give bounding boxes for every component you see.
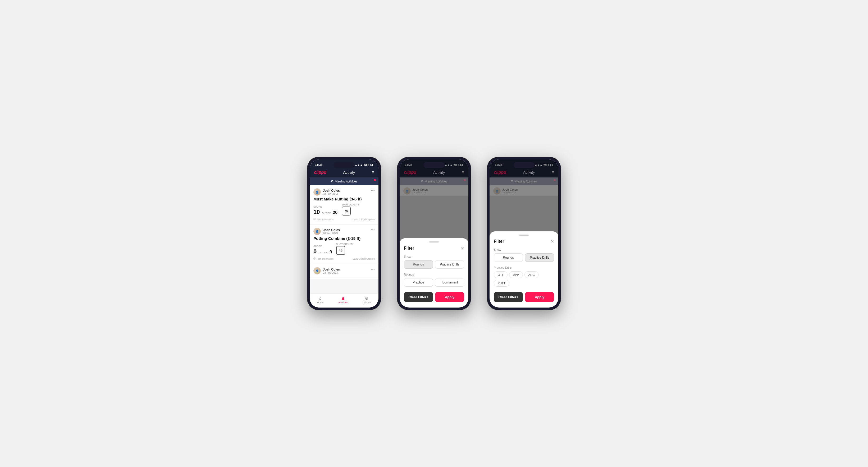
- drill-pills-3: OTT APP ARG PUTT: [494, 271, 554, 287]
- dynamic-island-2: [424, 162, 444, 168]
- filter-actions-2: Clear Filters Apply: [404, 292, 464, 302]
- activity-title-1: Must Make Putting (3-6 ft): [313, 197, 375, 201]
- score-value-2: 0: [313, 248, 317, 255]
- practice-drills-btn-2[interactable]: Practice Drills: [435, 260, 464, 269]
- apply-btn-2[interactable]: Apply: [435, 292, 464, 302]
- footer-text-2: Test Information: [317, 257, 334, 260]
- quality-badge-2: 45: [336, 246, 345, 255]
- stats-row-1: Score 10 OUT OF 20 Shot Quality 75: [313, 204, 375, 216]
- wifi-icon: WiFi: [364, 163, 369, 166]
- score-label-2: Score: [313, 245, 332, 248]
- card-footer-2: ⓘ Test Information Data: Clippd Capture: [313, 257, 375, 260]
- menu-icon-1[interactable]: ≡: [372, 170, 374, 175]
- user-name-3: Josh Coles: [323, 268, 340, 271]
- user-name-2: Josh Coles: [323, 228, 340, 232]
- practice-btn-2[interactable]: Practice: [404, 278, 433, 287]
- close-filter-3[interactable]: ✕: [551, 239, 554, 244]
- filter-overlay-3: Filter ✕ Show Rounds Practice Drills Pra…: [490, 159, 558, 308]
- user-date-3: 28 Feb 2023: [323, 271, 340, 274]
- viewing-label-1: Viewing Activities: [335, 180, 357, 183]
- show-label-2: Show: [404, 255, 464, 258]
- logo-1: clippd: [314, 170, 327, 175]
- outof-1: OUT OF: [322, 212, 331, 214]
- nav-title-1: Activity: [343, 170, 355, 175]
- filter-actions-3: Clear Filters Apply: [494, 292, 554, 302]
- nav-home[interactable]: ⌂ Home: [317, 296, 323, 304]
- tournament-btn-2[interactable]: Tournament: [435, 278, 464, 287]
- phones-container: 11:33 ▲▲▲ WiFi 51 clippd Activity ≡ ⚙ Vi…: [307, 157, 561, 310]
- activity-card-1: 👤 Josh Coles 28 Feb 2023 ••• Must Make P…: [310, 185, 378, 224]
- status-icons-1: ▲▲▲ WiFi 51: [355, 163, 373, 166]
- rounds-label-2: Rounds: [404, 273, 464, 276]
- clear-filters-btn-2[interactable]: Clear Filters: [404, 292, 433, 302]
- top-nav-1: clippd Activity ≡: [310, 168, 378, 178]
- dynamic-island: [334, 162, 355, 168]
- info-icon-2: ⓘ: [313, 257, 316, 260]
- rounds-btn-2[interactable]: Rounds: [404, 260, 433, 269]
- activity-title-2: Putting Combine (3-15 ft): [313, 236, 375, 241]
- viewing-dot-1: [374, 179, 376, 181]
- show-buttons-3: Rounds Practice Drills: [494, 253, 554, 262]
- arg-btn[interactable]: ARG: [524, 271, 539, 278]
- show-buttons-2: Rounds Practice Drills: [404, 260, 464, 269]
- apply-btn-3[interactable]: Apply: [525, 292, 554, 302]
- home-label: Home: [317, 301, 323, 304]
- more-icon-3[interactable]: •••: [371, 267, 375, 271]
- user-info-3: 👤 Josh Coles 28 Feb 2023: [313, 267, 340, 275]
- nav-capture[interactable]: ⊕ Capture: [363, 295, 371, 304]
- card-footer-1: ⓘ Test Information Data: Clippd Capture: [313, 218, 375, 221]
- phone-2: 11:33 ▲▲▲ WiFi 51 clippd Activity ≡ ⚙ Vi…: [397, 157, 471, 310]
- rounds-btn-3[interactable]: Rounds: [494, 253, 523, 262]
- shots-value-1: 20: [333, 210, 338, 215]
- shots-value-2: 9: [330, 250, 332, 254]
- user-info-1: 👤 Josh Coles 28 Feb 2023: [313, 188, 340, 196]
- activities-icon: ♟: [341, 295, 345, 301]
- capture-label: Capture: [363, 301, 371, 304]
- user-date-2: 28 Feb 2023: [323, 232, 340, 235]
- info-icon-1: ⓘ: [313, 218, 316, 221]
- avatar-1: 👤: [313, 188, 321, 196]
- filter-header-2: Filter ✕: [404, 246, 464, 251]
- avatar-3: 👤: [313, 267, 321, 275]
- bottom-nav-1: ⌂ Home ♟ Activities ⊕ Capture: [310, 293, 378, 308]
- filter-sheet-2: Filter ✕ Show Rounds Practice Drills Rou…: [400, 238, 468, 308]
- avatar-2: 👤: [313, 228, 321, 235]
- avatar-inner-1: 👤: [314, 189, 320, 195]
- user-name-1: Josh Coles: [323, 189, 340, 192]
- capture-icon: ⊕: [365, 295, 368, 301]
- filter-title-3: Filter: [494, 239, 504, 244]
- phone-1: 11:33 ▲▲▲ WiFi 51 clippd Activity ≡ ⚙ Vi…: [307, 157, 381, 310]
- footer-text-1: Test Information: [317, 218, 334, 221]
- filter-overlay-2: Filter ✕ Show Rounds Practice Drills Rou…: [400, 159, 468, 308]
- signal-icon: ▲▲▲: [355, 163, 363, 166]
- clear-filters-btn-3[interactable]: Clear Filters: [494, 292, 523, 302]
- ott-btn[interactable]: OTT: [494, 271, 507, 278]
- close-filter-2[interactable]: ✕: [461, 246, 464, 251]
- putt-btn[interactable]: PUTT: [494, 280, 509, 287]
- activities-list: 👤 Josh Coles 28 Feb 2023 ••• Must Make P…: [310, 185, 378, 293]
- practice-drills-btn-3[interactable]: Practice Drills: [525, 253, 554, 262]
- show-label-3: Show: [494, 248, 554, 251]
- filter-sheet-3: Filter ✕ Show Rounds Practice Drills Pra…: [490, 231, 558, 308]
- app-btn[interactable]: APP: [509, 271, 523, 278]
- data-source-2: Data: Clippd Capture: [352, 257, 375, 260]
- drills-label-3: Practice Drills: [494, 266, 554, 269]
- user-info-2: 👤 Josh Coles 28 Feb 2023: [313, 228, 340, 235]
- settings-icon-1: ⚙: [331, 180, 334, 183]
- more-icon-2[interactable]: •••: [371, 228, 375, 232]
- dynamic-island-3: [513, 162, 534, 168]
- viewing-bar-1[interactable]: ⚙ Viewing Activities: [310, 178, 378, 185]
- score-label-1: Score: [313, 206, 338, 208]
- activity-card-2: 👤 Josh Coles 28 Feb 2023 ••• Putting Com…: [310, 224, 378, 264]
- sheet-handle-3: [519, 235, 529, 236]
- quality-label-1: Shot Quality: [342, 204, 359, 206]
- nav-activities[interactable]: ♟ Activities: [338, 295, 348, 304]
- data-source-1: Data: Clippd Capture: [352, 218, 375, 221]
- filter-header-3: Filter ✕: [494, 239, 554, 244]
- quality-badge-1: 75: [342, 207, 351, 216]
- phone-3: 11:33 ▲▲▲ WiFi 51 clippd Activity ≡ ⚙ Vi…: [487, 157, 561, 310]
- battery-icon: 51: [370, 163, 373, 166]
- more-icon-1[interactable]: •••: [371, 188, 375, 192]
- rounds-buttons-2: Practice Tournament: [404, 278, 464, 287]
- activity-card-3: 👤 Josh Coles 28 Feb 2023 •••: [310, 264, 378, 279]
